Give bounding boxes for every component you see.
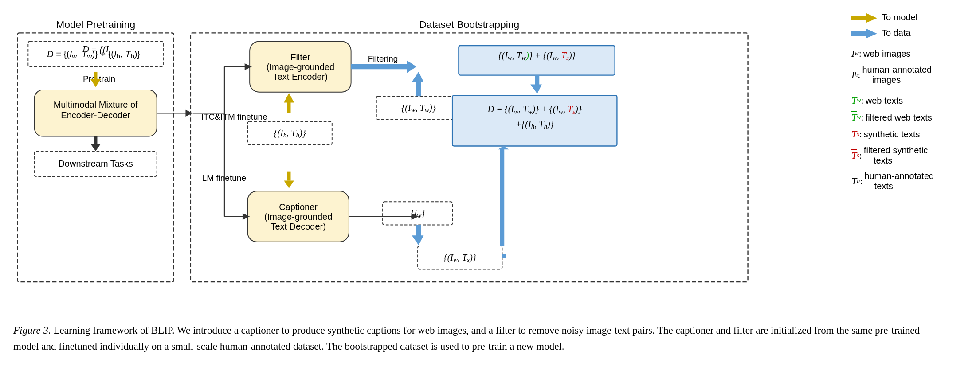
up-to-filter-head	[412, 72, 424, 82]
downstream-text: Downstream Tasks	[58, 159, 133, 168]
filtering-label: Filtering	[368, 54, 398, 63]
filter-text1: Filter	[290, 52, 310, 62]
d-eq: D = {(Iw, Tw)} + {(Ih, Th)}	[47, 49, 140, 60]
pretraining-title: Model Pretraining	[56, 19, 135, 30]
lm-arrow-shaft	[287, 172, 291, 181]
bootstrapping-title: Dataset Bootstrapping	[419, 19, 519, 30]
down-from-iw-head	[412, 235, 424, 245]
captioner-text3: Text Decoder)	[270, 222, 325, 231]
svg-rect-0	[502, 254, 506, 258]
legend-iw: Iw: web images	[851, 48, 967, 59]
encoder-decoder-text1: Multimodal Mixture of	[54, 100, 138, 109]
main-diagram-svg: text { font-family: Arial, sans-serif; }…	[13, 9, 841, 310]
captioner-text1: Captioner	[279, 202, 318, 212]
figure-label: Figure 3.	[13, 325, 51, 336]
svg-rect-3	[851, 31, 867, 36]
filter-arrow-head	[407, 60, 416, 73]
filter-text2: (Image-grounded	[267, 62, 334, 72]
iw-tw-text: {(Iw, Tw)}	[401, 103, 435, 114]
to-model-arrow-svg	[851, 13, 878, 23]
diagram-area: text { font-family: Arial, sans-serif; }…	[13, 9, 967, 310]
lm-arrow-head	[284, 181, 294, 188]
svg-marker-4	[866, 29, 877, 38]
legend-ts-bar: Ts: filtered synthetic texts	[851, 145, 967, 166]
to-downstream-shaft	[94, 136, 98, 144]
to-data-arrow	[851, 28, 878, 38]
to-downstream-head	[90, 144, 101, 151]
legend-to-model: To model	[851, 12, 967, 23]
pretrain-arrow-shaft	[94, 72, 98, 79]
ih-th-text: {(Ih, Th)}	[274, 128, 306, 139]
svg-rect-1	[851, 16, 867, 20]
result-bottom-text1: D = {(Iw, Tw)} + {(Iw, Ts)}	[487, 104, 582, 115]
up-to-filter-shaft	[416, 80, 421, 95]
to-model-label: To model	[882, 12, 917, 23]
to-data-arrow-svg	[851, 28, 878, 38]
svg-marker-2	[866, 13, 877, 23]
legend-th: Th: human-annotated texts	[851, 171, 967, 191]
filter-text3: Text Encoder)	[273, 72, 328, 82]
caption-body: Learning framework of BLIP. We introduce…	[13, 325, 920, 352]
encoder-decoder-text2: Encoder-Decoder	[61, 110, 130, 120]
legend-tw-bar: Tw: filtered web texts	[851, 112, 967, 123]
arrow-to-bootstrap-head	[185, 110, 192, 117]
filter-arrow-shaft	[351, 64, 410, 69]
legend-ih: Ih: human-annotated images	[851, 65, 967, 85]
itc-arrow-head	[284, 93, 294, 103]
result-bottom-text2: +{(Ih, Th)}	[516, 119, 554, 130]
legend-ts-red: Ts: synthetic texts	[851, 129, 967, 140]
figure-caption: Figure 3. Learning framework of BLIP. We…	[13, 323, 945, 354]
iw-ts-text: {(Iw, Ts)}	[444, 253, 476, 264]
pretrain-label: Pre-train	[83, 74, 115, 83]
to-model-arrow	[851, 13, 878, 23]
legend-to-data: To data	[851, 28, 967, 38]
to-data-label: To data	[882, 28, 911, 38]
result-down-head	[530, 85, 542, 94]
legend-tw-green: Tw: web texts	[851, 95, 967, 106]
captioner-text2: (Image-grounded	[264, 212, 332, 222]
legend-area: To model To data Iw: web images Ih: huma…	[851, 9, 967, 310]
